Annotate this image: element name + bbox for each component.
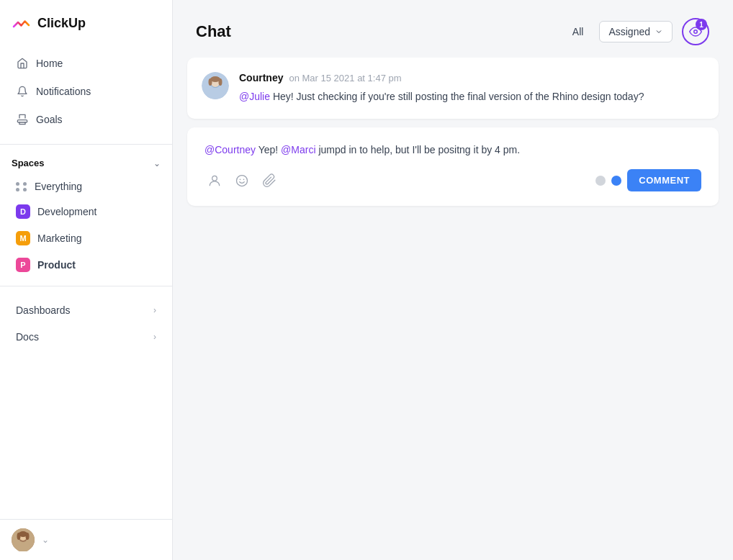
color-dot-gray[interactable] — [595, 176, 606, 186]
trophy-icon — [16, 113, 29, 126]
attach-toolbar-icon[interactable] — [259, 171, 279, 191]
courtney-avatar — [202, 72, 229, 99]
development-badge: D — [16, 204, 30, 219]
sidebar-item-product[interactable]: P Product — [4, 252, 168, 278]
sidebar-item-development[interactable]: D Development — [4, 199, 168, 225]
sidebar-item-everything-label: Everything — [35, 181, 82, 192]
svg-point-15 — [219, 78, 222, 86]
sidebar-item-everything[interactable]: Everything — [4, 175, 168, 198]
home-icon — [16, 57, 29, 70]
toolbar-left — [204, 171, 279, 191]
chat-area: Courtney on Mar 15 2021 at 1:47 pm @Juli… — [173, 58, 733, 560]
sidebar-item-goals-label: Goals — [36, 114, 63, 125]
mention-julie[interactable]: @Julie — [239, 91, 270, 102]
message-time: on Mar 15 2021 at 1:47 pm — [289, 73, 401, 83]
chevron-down-icon: ⌄ — [153, 158, 161, 168]
message-author: Courtney — [239, 72, 283, 83]
message-body: Courtney on Mar 15 2021 at 1:47 pm @Juli… — [239, 72, 704, 104]
spaces-label: Spaces — [12, 158, 45, 168]
mention-marci[interactable]: @Marci — [281, 144, 315, 155]
sidebar-divider — [0, 144, 172, 145]
svg-rect-0 — [19, 122, 25, 125]
logo[interactable]: ClickUp — [0, 0, 172, 46]
sidebar-nav: Home Notifications Goals — [0, 46, 172, 137]
avatar — [12, 528, 35, 551]
svg-point-14 — [209, 78, 212, 86]
avatar-image — [12, 528, 35, 551]
product-badge: P — [16, 258, 30, 272]
svg-point-6 — [17, 533, 21, 540]
notification-badge: 1 — [696, 19, 707, 30]
sidebar-item-home-label: Home — [36, 58, 63, 69]
assigned-label: Assigned — [608, 26, 650, 37]
reply-text-1: Yep! — [256, 144, 281, 155]
svg-point-8 — [694, 30, 698, 34]
sidebar-item-home[interactable]: Home — [4, 50, 168, 77]
docs-label: Docs — [16, 331, 39, 343]
color-dot-blue[interactable] — [611, 176, 621, 186]
logo-text: ClickUp — [37, 16, 86, 31]
sidebar-item-goals[interactable]: Goals — [4, 106, 168, 133]
message-body-text: Hey! Just checking if you're still posti… — [270, 91, 644, 102]
sidebar-sections: Dashboards › Docs › — [0, 294, 172, 353]
filter-all[interactable]: All — [565, 22, 591, 42]
user-profile[interactable]: ⌄ — [0, 519, 172, 560]
assigned-filter[interactable]: Assigned — [599, 21, 673, 42]
everything-icon — [16, 182, 27, 191]
main-content: Chat All Assigned 1 — [173, 0, 733, 560]
user-toolbar-icon[interactable] — [204, 171, 225, 191]
svg-point-7 — [26, 533, 30, 540]
assigned-chevron-icon — [655, 27, 663, 36]
dashboards-label: Dashboards — [16, 304, 71, 316]
eye-badge[interactable]: 1 — [681, 17, 710, 46]
reply-text: @Courtney Yep! @Marci jumpd in to help, … — [204, 142, 701, 158]
bell-icon — [16, 85, 29, 98]
sidebar-item-product-label: Product — [37, 259, 76, 271]
comment-button[interactable]: COMMENT — [627, 169, 701, 191]
reply-toolbar: COMMENT — [204, 169, 701, 191]
svg-point-17 — [237, 175, 248, 186]
header-controls: All Assigned 1 — [565, 17, 710, 46]
sidebar-item-development-label: Development — [37, 206, 97, 217]
sidebar-item-marketing-label: Marketing — [37, 232, 81, 244]
sidebar-item-dashboards[interactable]: Dashboards › — [4, 297, 168, 323]
docs-chevron-icon: › — [153, 332, 156, 342]
page-title: Chat — [196, 22, 554, 41]
dashboards-chevron-icon: › — [153, 305, 156, 315]
sidebar-item-docs[interactable]: Docs › — [4, 324, 168, 350]
spaces-list: Everything D Development M Marketing P P… — [0, 174, 172, 279]
marketing-badge: M — [16, 231, 30, 245]
page-header: Chat All Assigned 1 — [173, 0, 733, 58]
sidebar-item-notifications-label: Notifications — [36, 86, 91, 97]
message-header: Courtney on Mar 15 2021 at 1:47 pm — [239, 72, 704, 83]
message-card: Courtney on Mar 15 2021 at 1:47 pm @Juli… — [187, 58, 719, 119]
svg-point-16 — [212, 176, 217, 181]
toolbar-right: COMMENT — [595, 169, 701, 191]
sidebar-divider-2 — [0, 286, 172, 286]
clickup-logo-icon — [12, 13, 32, 33]
reply-card: @Courtney Yep! @Marci jumpd in to help, … — [187, 127, 719, 206]
user-chevron-icon: ⌄ — [42, 535, 49, 545]
emoji-toolbar-icon[interactable] — [232, 171, 252, 191]
sidebar-item-marketing[interactable]: M Marketing — [4, 225, 168, 251]
sidebar: ClickUp Home Notifications Goals Spaces … — [0, 0, 173, 560]
reply-text-2: jumpd in to help, but I'll be positng it… — [316, 144, 521, 155]
spaces-toggle[interactable]: Spaces ⌄ — [0, 152, 172, 174]
sidebar-item-notifications[interactable]: Notifications — [4, 78, 168, 105]
mention-courtney[interactable]: @Courtney — [204, 144, 256, 155]
message-text: @Julie Hey! Just checking if you're stil… — [239, 89, 704, 104]
